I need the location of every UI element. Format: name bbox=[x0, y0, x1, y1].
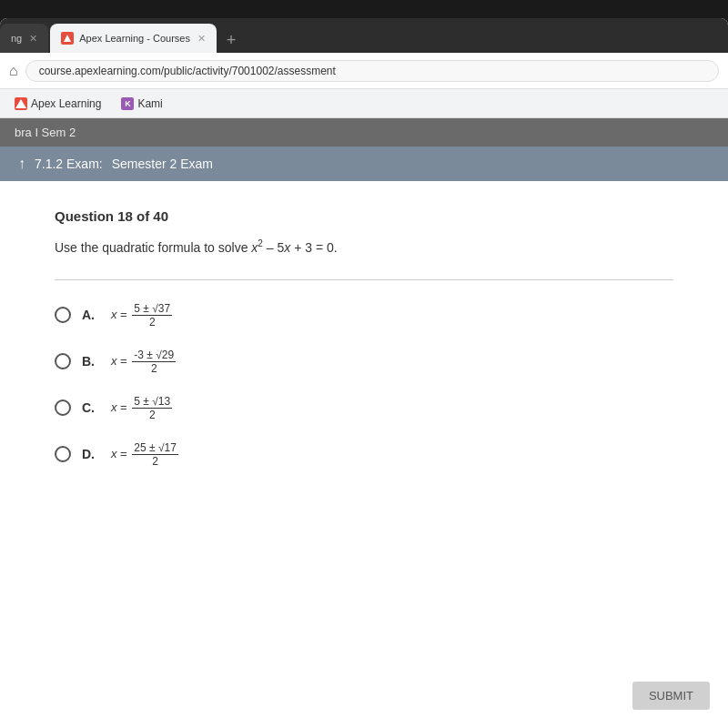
radio-a[interactable] bbox=[55, 307, 71, 323]
new-tab-button[interactable]: + bbox=[218, 27, 244, 53]
choice-formula-d: x = 25 ± √17 2 bbox=[111, 441, 180, 468]
address-bar: ⌂ course.apexlearning.com/public/activit… bbox=[0, 53, 728, 89]
tab-inactive[interactable]: ng ✕ bbox=[0, 24, 48, 53]
fraction-b: -3 ± √29 2 bbox=[132, 349, 176, 375]
choice-label-a: A. bbox=[82, 308, 95, 322]
fraction-a: 5 ± √37 2 bbox=[132, 302, 172, 329]
browser-window: ng ✕ Apex Learning - Courses ✕ + ⌂ cours… bbox=[0, 18, 728, 728]
bookmark-apex-label: Apex Learning bbox=[31, 97, 101, 110]
exam-title: Semester 2 Exam bbox=[112, 157, 213, 171]
choice-label-c: C. bbox=[82, 400, 95, 415]
answer-choice-d: D. x = 25 ± √17 2 bbox=[55, 441, 673, 468]
exam-header: ↑ 7.1.2 Exam: Semester 2 Exam bbox=[0, 147, 728, 181]
address-url-bar[interactable]: course.apexlearning.com/public/activity/… bbox=[25, 60, 719, 82]
choice-label-b: B. bbox=[82, 354, 95, 369]
fraction-den-a: 2 bbox=[147, 316, 157, 329]
tab-close-active[interactable]: ✕ bbox=[197, 33, 206, 45]
fraction-den-c: 2 bbox=[147, 409, 157, 421]
fraction-c: 5 ± √13 2 bbox=[132, 395, 172, 421]
question-header: Question 18 of 40 bbox=[55, 208, 673, 224]
svg-marker-1 bbox=[15, 99, 26, 108]
tab-close-inactive[interactable]: ✕ bbox=[29, 33, 37, 45]
fraction-num-a: 5 ± √37 bbox=[132, 302, 172, 316]
breadcrumb-bar: bra I Sem 2 bbox=[0, 118, 728, 147]
bookmarks-bar: Apex Learning K Kami bbox=[0, 89, 728, 118]
fraction-den-d: 2 bbox=[150, 455, 160, 468]
fraction-d: 25 ± √17 2 bbox=[132, 441, 178, 468]
tab-label-inactive: ng bbox=[11, 33, 22, 44]
tab-label-active: Apex Learning - Courses bbox=[79, 33, 190, 44]
submit-area: SUBMIT bbox=[632, 682, 710, 710]
fraction-den-b: 2 bbox=[149, 362, 159, 375]
radio-d[interactable] bbox=[55, 446, 71, 462]
fraction-num-b: -3 ± √29 bbox=[132, 349, 176, 362]
answer-choice-b: B. x = -3 ± √29 2 bbox=[55, 349, 673, 375]
home-button[interactable]: ⌂ bbox=[9, 63, 18, 79]
answer-choice-c: C. x = 5 ± √13 2 bbox=[55, 395, 673, 421]
exam-code: 7.1.2 Exam: bbox=[35, 157, 103, 171]
tab-active[interactable]: Apex Learning - Courses ✕ bbox=[50, 24, 217, 53]
choice-label-d: D. bbox=[82, 447, 95, 461]
submit-button[interactable]: SUBMIT bbox=[632, 682, 710, 710]
question-text: Use the quadratic formula to solve x2 – … bbox=[55, 237, 673, 258]
main-layout: bra I Sem 2 ↑ 7.1.2 Exam: Semester 2 Exa… bbox=[0, 118, 728, 728]
radio-b[interactable] bbox=[55, 353, 71, 369]
choice-formula-a: x = 5 ± √37 2 bbox=[111, 302, 174, 329]
exam-icon: ↑ bbox=[18, 156, 25, 172]
tab-bar: ng ✕ Apex Learning - Courses ✕ + bbox=[0, 18, 728, 53]
svg-marker-0 bbox=[64, 35, 71, 42]
bookmark-apex[interactable]: Apex Learning bbox=[9, 96, 106, 112]
answer-choice-a: A. x = 5 ± √37 2 bbox=[55, 302, 673, 329]
choice-formula-c: x = 5 ± √13 2 bbox=[111, 395, 174, 421]
bookmark-favicon-apex bbox=[15, 97, 27, 110]
choice-formula-b: x = -3 ± √29 2 bbox=[111, 349, 177, 375]
bookmark-favicon-kami: K bbox=[121, 97, 134, 110]
bookmark-kami-label: Kami bbox=[137, 97, 162, 110]
radio-c[interactable] bbox=[55, 399, 71, 416]
tab-favicon-active bbox=[61, 32, 74, 45]
fraction-num-d: 25 ± √17 bbox=[132, 441, 178, 455]
breadcrumb-text: bra I Sem 2 bbox=[15, 126, 76, 139]
fraction-num-c: 5 ± √13 bbox=[132, 395, 172, 409]
content-area: Question 18 of 40 Use the quadratic form… bbox=[0, 181, 728, 728]
divider bbox=[55, 279, 673, 280]
bookmark-kami[interactable]: K Kami bbox=[116, 96, 167, 112]
